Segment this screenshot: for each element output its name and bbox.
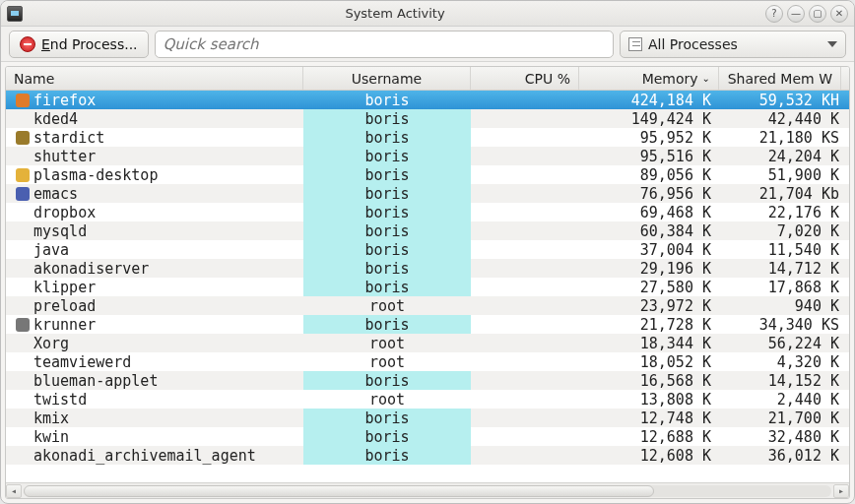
table-row[interactable]: kmixboris12,748 K21,700 K (6, 409, 849, 427)
maximize-button[interactable]: ▢ (809, 5, 826, 23)
chevron-down-icon (827, 41, 837, 47)
cell-name: firefox (6, 91, 303, 109)
filter-dropdown[interactable]: All Processes (620, 31, 846, 58)
cell-name: teamviewerd (6, 352, 303, 371)
col-header-cpu[interactable]: CPU % (471, 67, 579, 90)
col-header-memory[interactable]: Memory⌄ (579, 67, 719, 90)
process-name: emacs (33, 185, 78, 203)
col-header-username[interactable]: Username (303, 67, 471, 90)
cell-cpu (471, 315, 579, 334)
process-name: shutter (33, 148, 96, 165)
table-row[interactable]: kded4boris149,424 K42,440 K (6, 109, 849, 128)
cell-username: boris (303, 240, 471, 259)
table-row[interactable]: klipperboris27,580 K17,868 K (6, 278, 849, 296)
blank-icon (16, 374, 30, 388)
cell-shared: 42,440 K (719, 109, 841, 128)
scroll-left-button[interactable]: ◂ (6, 484, 22, 498)
process-name: akonadi_archivemail_agent (33, 447, 256, 465)
cell-name: kded4 (6, 109, 303, 128)
blank-icon (16, 281, 30, 294)
scroll-track[interactable] (24, 485, 831, 497)
table-row[interactable]: Xorgroot18,344 K56,224 K (6, 334, 849, 352)
table-row[interactable]: twistdroot13,808 K2,440 K (6, 390, 849, 409)
cell-username: boris (303, 315, 471, 334)
table-row[interactable]: javaboris37,004 K11,540 K (6, 240, 849, 259)
process-name: dropbox (33, 204, 96, 221)
scroll-thumb[interactable] (24, 485, 654, 497)
cell-memory: 27,580 K (579, 278, 719, 296)
table-row[interactable]: shutterboris95,516 K24,204 K (6, 147, 849, 165)
cell-name: stardict (6, 128, 303, 147)
cell-shared: 14,152 K (719, 371, 841, 390)
stop-icon (20, 36, 35, 52)
cell-memory: 69,468 K (579, 203, 719, 221)
scroll-right-button[interactable]: ▸ (833, 484, 849, 498)
blank-icon (16, 206, 30, 220)
cell-memory: 12,608 K (579, 446, 719, 465)
table-row[interactable]: preloadroot23,972 K940 K (6, 296, 849, 315)
cell-shared: 7,020 K (719, 221, 841, 240)
table-row[interactable]: krunnerboris21,728 K34,340 KS (6, 315, 849, 334)
cell-name: blueman-applet (6, 371, 303, 390)
cell-username: boris (303, 221, 471, 240)
table-row[interactable]: stardictboris95,952 K21,180 KS (6, 128, 849, 147)
col-header-name[interactable]: Name (6, 67, 303, 90)
col-header-shared[interactable]: Shared Mem W (719, 67, 841, 90)
table-body: firefoxboris424,184 K59,532 KHkded4boris… (6, 91, 849, 482)
cell-shared: 11,540 K (719, 240, 841, 259)
cell-cpu (471, 259, 579, 278)
cell-cpu (471, 240, 579, 259)
cell-memory: 424,184 K (579, 91, 719, 109)
titlebar[interactable]: System Activity ? — ▢ ✕ (1, 1, 854, 27)
cell-shared: 940 K (719, 296, 841, 315)
table-row[interactable]: emacsboris76,956 K21,704 Kb (6, 184, 849, 203)
cell-username: boris (303, 259, 471, 278)
table-row[interactable]: teamviewerdroot18,052 K4,320 K (6, 352, 849, 371)
cell-username: boris (303, 278, 471, 296)
cell-shared: 2,440 K (719, 390, 841, 409)
horizontal-scrollbar[interactable]: ◂ ▸ (6, 482, 849, 498)
toolbar: End Process... All Processes (1, 27, 854, 62)
table-row[interactable]: akonadiserverboris29,196 K14,712 K (6, 259, 849, 278)
table-row[interactable]: mysqldboris60,384 K7,020 K (6, 221, 849, 240)
table-row[interactable]: akonadi_archivemail_agentboris12,608 K36… (6, 446, 849, 465)
close-button[interactable]: ✕ (830, 5, 848, 23)
cell-name: mysqld (6, 221, 303, 240)
table-row[interactable]: dropboxboris69,468 K22,176 K (6, 203, 849, 221)
cell-username: boris (303, 427, 471, 446)
cell-memory: 12,688 K (579, 427, 719, 446)
cell-cpu (471, 128, 579, 147)
cell-shared: 21,700 K (719, 409, 841, 427)
table-row[interactable]: firefoxboris424,184 K59,532 KH (6, 91, 849, 109)
system-activity-window: System Activity ? — ▢ ✕ End Process... A… (0, 0, 855, 504)
cell-cpu (471, 352, 579, 371)
cell-name: akonadiserver (6, 259, 303, 278)
cell-memory: 95,516 K (579, 147, 719, 165)
end-process-button[interactable]: End Process... (9, 31, 149, 58)
table-header: Name Username CPU % Memory⌄ Shared Mem W (6, 67, 849, 91)
cell-name: preload (6, 296, 303, 315)
help-button[interactable]: ? (765, 5, 783, 23)
cell-shared: 51,900 K (719, 165, 841, 184)
plasma-icon (16, 168, 30, 182)
cell-cpu (471, 221, 579, 240)
minimize-button[interactable]: — (787, 5, 805, 23)
process-name: teamviewerd (33, 353, 131, 371)
table-row[interactable]: plasma-desktopboris89,056 K51,900 K (6, 165, 849, 184)
cell-username: boris (303, 109, 471, 128)
cell-name: klipper (6, 278, 303, 296)
cell-shared: 14,712 K (719, 259, 841, 278)
cell-name: akonadi_archivemail_agent (6, 446, 303, 465)
blank-icon (16, 299, 30, 313)
cell-shared: 32,480 K (719, 427, 841, 446)
cell-shared: 59,532 KH (719, 91, 841, 109)
cell-memory: 13,808 K (579, 390, 719, 409)
cell-cpu (471, 147, 579, 165)
search-input[interactable] (155, 31, 614, 58)
process-name: kwin (33, 428, 69, 446)
cell-cpu (471, 109, 579, 128)
process-name: krunner (33, 316, 96, 334)
table-row[interactable]: kwinboris12,688 K32,480 K (6, 427, 849, 446)
table-row[interactable]: blueman-appletboris16,568 K14,152 K (6, 371, 849, 390)
cell-shared: 56,224 K (719, 334, 841, 352)
